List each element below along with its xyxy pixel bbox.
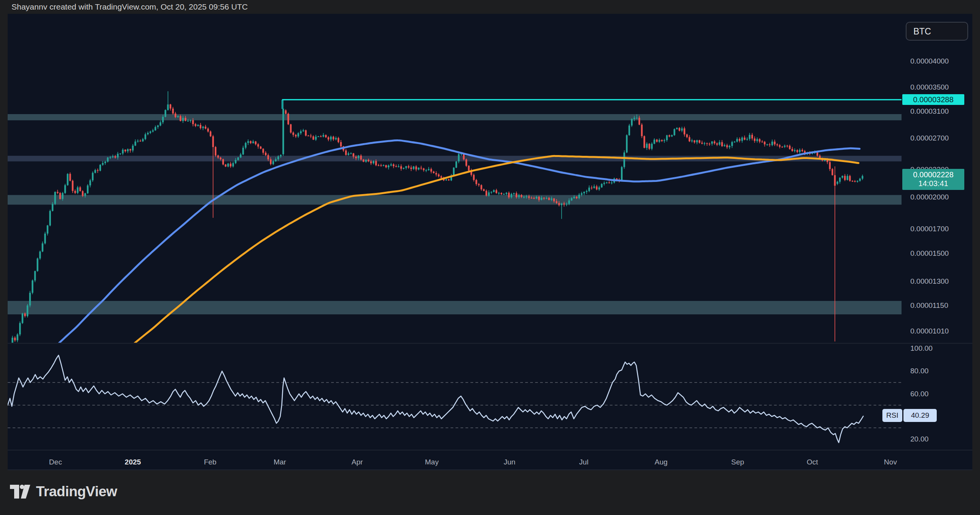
tradingview-chart-page: Shayannv created with TradingView.com, O… (0, 0, 980, 515)
price-tick-label: 0.00003500 (910, 83, 968, 92)
moving-averages (52, 140, 860, 350)
horizontal-ray-3288 (282, 100, 902, 109)
rsi-tick-label: 20.00 (910, 435, 968, 443)
month-label-nov: Nov (873, 458, 908, 466)
ray-price-label: 0.00003288 (902, 94, 964, 105)
chart-title: Shayannv created with TradingView.com, O… (11, 0, 248, 14)
price-tick-label: 0.00003100 (910, 107, 968, 116)
month-label-aug: Aug (644, 458, 678, 466)
price-tick-label: 0.00001010 (910, 327, 968, 335)
rsi-pane (8, 355, 902, 443)
rsi-tick-label: 60.00 (910, 390, 968, 398)
chart-canvas[interactable] (8, 14, 972, 470)
rsi-name-label: RSI (882, 409, 902, 422)
chart-widget[interactable] (8, 14, 972, 470)
price-tick-label: 0.00001500 (910, 249, 968, 258)
last-price-value: 0.00002228 (902, 170, 964, 179)
price-tick-label: 0.00002700 (910, 134, 968, 142)
month-label-oct: Oct (795, 458, 830, 466)
symbol-badge: BTC (906, 22, 968, 41)
month-label-may: May (415, 458, 449, 466)
month-label-dec: Dec (38, 458, 73, 466)
tradingview-logo-icon (10, 485, 31, 499)
last-price-label: 0.00002228 14:03:41 (902, 169, 964, 190)
rsi-tick-label: 100.00 (910, 344, 968, 353)
month-label-apr: Apr (340, 458, 374, 466)
price-tick-label: 0.00002000 (910, 193, 968, 201)
footer-brand: TradingView (10, 484, 117, 500)
last-price-countdown: 14:03:41 (902, 179, 964, 188)
price-tick-label: 0.00001150 (910, 301, 968, 310)
ma-fast-blue (52, 140, 860, 350)
month-label-2025: 2025 (116, 458, 150, 466)
price-tick-label: 0.00001700 (910, 225, 968, 233)
pane-separators (8, 343, 972, 470)
rsi-value-label: 40.29 (903, 409, 937, 422)
month-label-feb: Feb (193, 458, 227, 466)
rsi-line (8, 355, 863, 443)
rsi-indicator-badge: RSI 40.29 (882, 409, 937, 422)
month-label-sep: Sep (720, 458, 755, 466)
month-label-jun: Jun (492, 458, 527, 466)
tradingview-wordmark: TradingView (36, 484, 117, 500)
rsi-tick-label: 80.00 (910, 367, 968, 375)
month-label-mar: Mar (263, 458, 297, 466)
price-tick-label: 0.00001300 (910, 277, 968, 286)
symbol-badge-label: BTC (913, 26, 967, 37)
price-tick-label: 0.00004000 (910, 57, 968, 65)
month-label-jul: Jul (567, 458, 601, 466)
